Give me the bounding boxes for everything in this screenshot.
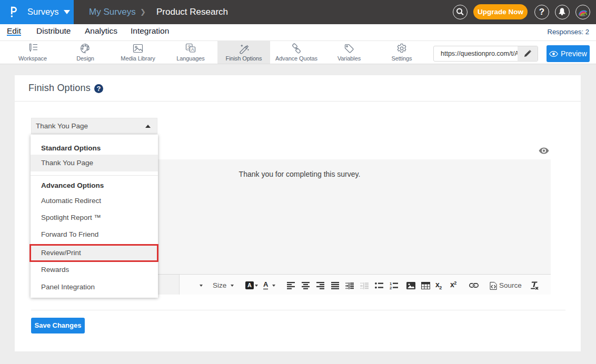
svg-text:A: A (191, 47, 194, 52)
svg-text:2: 2 (390, 286, 392, 289)
